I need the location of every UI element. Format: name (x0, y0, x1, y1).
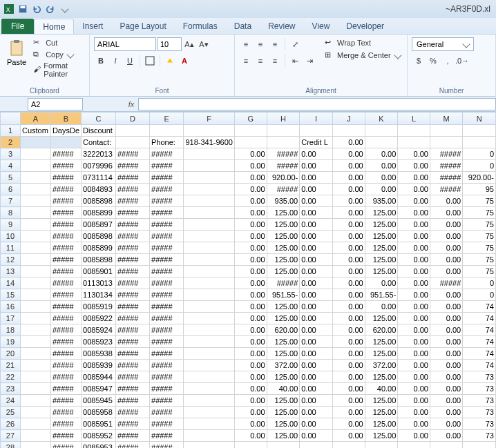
cell-E28[interactable]: ##### (150, 442, 184, 449)
cell-I17[interactable]: 0.00 (300, 313, 333, 324)
cell-H26[interactable]: 125.00 (267, 418, 300, 430)
row-header-18[interactable]: 18 (1, 324, 21, 336)
cell-I24[interactable]: 0.00 (300, 395, 333, 407)
cell-C17[interactable]: 0085922 (82, 313, 116, 324)
cell-J23[interactable]: 0.00 (332, 383, 365, 395)
cell-K14[interactable]: 0.00 (365, 277, 398, 289)
cell-G20[interactable]: 0.00 (234, 348, 267, 360)
cell-J15[interactable]: 0.00 (332, 289, 365, 301)
cell-C13[interactable]: 0085901 (82, 266, 116, 277)
cell-B20[interactable]: ##### (50, 348, 81, 360)
cell-I6[interactable]: 0.00 (300, 184, 333, 195)
cell-C21[interactable]: 0085939 (82, 360, 116, 371)
row-header-17[interactable]: 17 (1, 313, 21, 324)
cell-F8[interactable] (184, 207, 235, 219)
cell-C22[interactable]: 0085944 (82, 371, 116, 383)
cell-K26[interactable]: 125.00 (365, 418, 398, 430)
cell-B11[interactable]: ##### (50, 242, 81, 254)
cell-J18[interactable]: 0.00 (332, 324, 365, 336)
cell-D3[interactable]: ##### (115, 148, 149, 160)
row-header-9[interactable]: 9 (1, 219, 21, 231)
cell-N4[interactable]: 0 (463, 160, 496, 172)
cell-N8[interactable]: 75 (463, 207, 496, 219)
cell-A7[interactable] (20, 195, 50, 207)
cell-H8[interactable]: 125.00 (267, 207, 300, 219)
cell-K8[interactable]: 125.00 (365, 207, 398, 219)
cell-N12[interactable]: 75 (463, 254, 496, 266)
cell-H18[interactable]: 620.00 (267, 324, 300, 336)
cell-B9[interactable]: ##### (50, 219, 81, 231)
cell-J3[interactable]: 0.00 (332, 148, 365, 160)
cell-F18[interactable] (184, 324, 235, 336)
cell-A16[interactable] (20, 301, 50, 313)
bold-button[interactable]: B (94, 54, 108, 68)
cell-M28[interactable] (430, 442, 463, 449)
cell-D26[interactable]: ##### (115, 418, 149, 430)
cell-A18[interactable] (20, 324, 50, 336)
spreadsheet-grid[interactable]: ABCDEFGHIJKLMN1CustomDaysDeDiscount2Cont… (0, 112, 496, 448)
cell-G16[interactable]: 0.00 (234, 301, 267, 313)
cell-N5[interactable]: 920.00- (463, 172, 496, 184)
cell-F12[interactable] (184, 254, 235, 266)
cell-C9[interactable]: 0085897 (82, 219, 116, 231)
cell-I23[interactable]: 0.00 (300, 383, 333, 395)
align-middle-icon[interactable]: ≡ (254, 37, 267, 51)
cell-C19[interactable]: 0085923 (82, 336, 116, 348)
cell-N24[interactable]: 73 (463, 395, 496, 407)
cell-H1[interactable] (267, 125, 300, 137)
cell-J6[interactable]: 0.00 (332, 184, 365, 195)
cell-N13[interactable]: 75 (463, 266, 496, 277)
cell-F16[interactable] (184, 301, 235, 313)
cell-E8[interactable]: ##### (150, 207, 184, 219)
cell-I16[interactable]: 0.00 (300, 301, 333, 313)
cell-L8[interactable]: 0.00 (398, 207, 430, 219)
cell-J9[interactable]: 0.00 (332, 219, 365, 231)
cell-M3[interactable]: ##### (430, 148, 463, 160)
cell-I14[interactable]: 0.00 (300, 277, 333, 289)
cell-G2[interactable] (234, 137, 267, 148)
cell-G18[interactable]: 0.00 (234, 324, 267, 336)
cell-A12[interactable] (20, 254, 50, 266)
cell-G13[interactable]: 0.00 (234, 266, 267, 277)
cell-K24[interactable]: 125.00 (365, 395, 398, 407)
redo-icon[interactable] (44, 3, 57, 15)
tab-developer[interactable]: Developer (338, 19, 392, 34)
col-header-J[interactable]: J (332, 113, 365, 125)
row-header-13[interactable]: 13 (1, 266, 21, 277)
cell-N7[interactable]: 75 (463, 195, 496, 207)
cell-C7[interactable]: 0085898 (82, 195, 116, 207)
cell-D10[interactable]: ##### (115, 231, 149, 242)
cell-F2[interactable]: 918-341-9600 (184, 137, 235, 148)
cell-J2[interactable]: 0.00 (332, 137, 365, 148)
cell-K3[interactable]: 0.00 (365, 148, 398, 160)
cell-D9[interactable]: ##### (115, 219, 149, 231)
cell-M4[interactable]: ##### (430, 160, 463, 172)
cell-M16[interactable]: 0.00 (430, 301, 463, 313)
cell-N28[interactable] (463, 442, 496, 449)
tab-view[interactable]: View (304, 19, 338, 34)
cell-C6[interactable]: 0084893 (82, 184, 116, 195)
cell-F3[interactable] (184, 148, 235, 160)
fx-icon[interactable]: fx (124, 100, 138, 108)
cell-F6[interactable] (184, 184, 235, 195)
cell-J1[interactable] (332, 125, 365, 137)
row-header-20[interactable]: 20 (1, 348, 21, 360)
cell-M8[interactable]: 0.00 (430, 207, 463, 219)
cell-F4[interactable] (184, 160, 235, 172)
cell-M12[interactable]: 0.00 (430, 254, 463, 266)
cell-F13[interactable] (184, 266, 235, 277)
cell-M19[interactable]: 0.00 (430, 336, 463, 348)
cell-J27[interactable]: 0.00 (332, 430, 365, 442)
cell-L18[interactable]: 0.00 (398, 324, 430, 336)
cell-B28[interactable]: ##### (50, 442, 81, 449)
cell-L25[interactable]: 0.00 (398, 407, 430, 418)
cell-I5[interactable]: 0.00 (300, 172, 333, 184)
cell-A27[interactable] (20, 430, 50, 442)
align-right-icon[interactable]: ≡ (268, 54, 282, 68)
cell-F20[interactable] (184, 348, 235, 360)
cell-F7[interactable] (184, 195, 235, 207)
row-header-15[interactable]: 15 (1, 289, 21, 301)
col-header-D[interactable]: D (115, 113, 149, 125)
cell-I4[interactable]: 0.00 (300, 160, 333, 172)
row-header-26[interactable]: 26 (1, 418, 21, 430)
